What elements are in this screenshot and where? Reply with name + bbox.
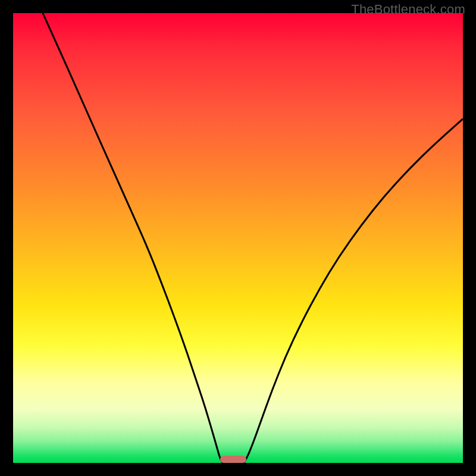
plot-area: [13, 13, 463, 463]
chart-frame: TheBottleneck.com: [0, 0, 476, 476]
right-curve-path: [244, 119, 463, 463]
bottleneck-marker: [220, 456, 246, 463]
curve-layer: [13, 13, 463, 463]
watermark-text: TheBottleneck.com: [351, 2, 465, 17]
left-curve-path: [43, 13, 223, 463]
